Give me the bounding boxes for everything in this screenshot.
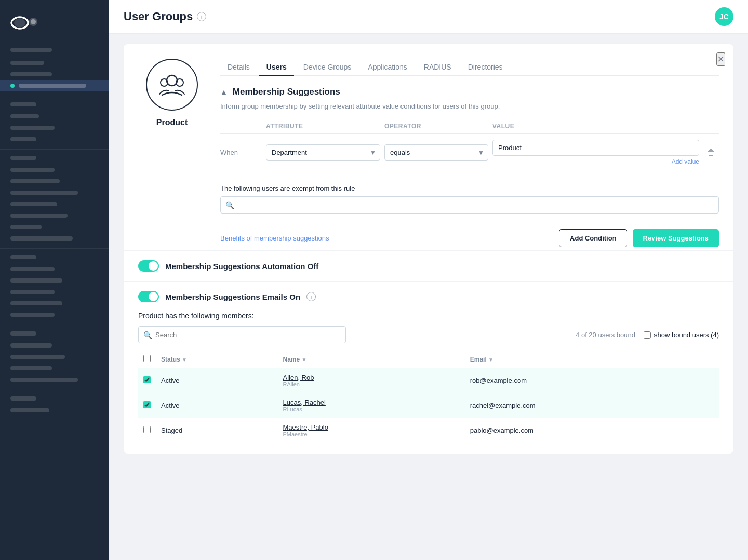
sidebar-section-1 — [0, 44, 109, 96]
avatar[interactable]: JC — [715, 7, 733, 26]
select-all-checkbox[interactable] — [143, 355, 151, 362]
tab-radius[interactable]: RADIUS — [417, 59, 459, 76]
col-attribute-label: Attribute — [266, 123, 380, 130]
sidebar-item-1[interactable] — [0, 57, 109, 69]
tab-users[interactable]: Users — [259, 59, 294, 76]
col-header-email[interactable]: Email ▼ — [465, 351, 719, 368]
sidebar-item-s3-5[interactable] — [0, 210, 109, 221]
user-name-link[interactable]: Lucas, Rachel — [283, 398, 459, 406]
sidebar-item-s4-5[interactable] — [0, 309, 109, 321]
sidebar-item-label — [10, 408, 49, 412]
tab-applications[interactable]: Applications — [360, 59, 415, 76]
emails-toggle-row: Membership Suggestions Emails On i — [124, 281, 733, 312]
sidebar-item-s4-3[interactable] — [0, 286, 109, 298]
header-info-icon[interactable]: i — [197, 12, 206, 21]
status-sort-icon: ▼ — [182, 357, 187, 363]
row-checkbox-cell[interactable] — [138, 393, 156, 418]
emails-info-icon[interactable]: i — [306, 292, 316, 301]
members-search-wrapper: 🔍 — [138, 326, 346, 343]
exempt-label: The following users are exempt from this… — [220, 184, 719, 192]
add-value-link[interactable]: Add value — [492, 158, 699, 165]
sidebar-item-s3-4[interactable] — [0, 198, 109, 210]
sidebar-item-s3-3[interactable] — [0, 187, 109, 198]
row-checkbox[interactable] — [143, 401, 151, 408]
sidebar-item-s2-2[interactable] — [0, 122, 109, 134]
sidebar-item-2[interactable] — [0, 69, 109, 80]
footer-buttons: Add Condition Review Suggestions — [559, 229, 719, 247]
operator-select[interactable]: equals contains starts with — [384, 144, 488, 161]
col-select-all[interactable] — [138, 351, 156, 368]
col-header-status[interactable]: Status ▼ — [156, 351, 277, 368]
row-checkbox-cell[interactable] — [138, 418, 156, 443]
collapse-icon[interactable]: ▲ — [220, 88, 228, 96]
sidebar-item-label — [10, 61, 44, 65]
row-name-cell: Allen, Rob RAllen — [277, 368, 464, 393]
sidebar-section-2 — [0, 98, 109, 150]
sidebar-item-s3-2[interactable] — [0, 176, 109, 187]
benefits-link[interactable]: Benefits of membership suggestions — [220, 234, 329, 242]
members-table: Status ▼ Name ▼ Email ▼ — [138, 351, 719, 443]
bound-info: 4 of 20 users bound — [354, 331, 635, 339]
tab-details[interactable]: Details — [220, 59, 257, 76]
name-sort-icon: ▼ — [302, 357, 307, 363]
page-header: User Groups i JC — [109, 0, 748, 34]
row-checkbox[interactable] — [143, 426, 151, 433]
sidebar-item-s5-2[interactable] — [0, 351, 109, 363]
panel-body: Product Details Users Device Groups Appl… — [124, 44, 733, 250]
sidebar-item-label — [10, 366, 52, 370]
members-search-input[interactable] — [138, 326, 346, 343]
review-suggestions-button[interactable]: Review Suggestions — [633, 229, 719, 247]
attribute-select-wrapper: Department Title Location Email ▼ — [266, 144, 380, 161]
col-header-name[interactable]: Name ▼ — [277, 351, 464, 368]
sidebar-item-s3-7[interactable] — [0, 233, 109, 244]
automation-toggle[interactable] — [138, 260, 159, 272]
user-name-link[interactable]: Maestre, Pablo — [283, 423, 459, 431]
sidebar-item-s5-3[interactable] — [0, 363, 109, 374]
sidebar-item-s3-6[interactable] — [0, 221, 109, 233]
tab-device-groups[interactable]: Device Groups — [296, 59, 359, 76]
tab-directories[interactable]: Directories — [461, 59, 510, 76]
show-bound-label[interactable]: show bound users (4) — [644, 331, 719, 339]
sidebar-item-label — [10, 236, 73, 241]
sidebar-item-s4-2[interactable] — [0, 275, 109, 286]
emails-toggle[interactable] — [138, 291, 159, 302]
sidebar-section-label — [10, 331, 36, 336]
sidebar-item-label — [10, 137, 36, 141]
svg-point-4 — [167, 75, 177, 86]
user-username: PMaestre — [283, 431, 459, 437]
membership-suggestions-header: ▲ Membership Suggestions — [220, 87, 719, 97]
right-column: Details Users Device Groups Applications… — [220, 59, 719, 250]
row-status: Staged — [156, 418, 277, 443]
members-title: Product has the following members: — [138, 312, 719, 320]
sidebar-item-s4-1[interactable] — [0, 263, 109, 275]
row-checkbox[interactable] — [143, 376, 151, 383]
sidebar-item-s2-3[interactable] — [0, 134, 109, 145]
add-condition-button[interactable]: Add Condition — [559, 229, 627, 247]
group-avatar — [146, 59, 198, 111]
sidebar-item-label — [10, 225, 42, 229]
exempt-search-wrapper: 🔍 — [220, 196, 719, 214]
automation-toggle-label: Membership Suggestions Automation Off — [165, 262, 318, 271]
value-input[interactable] — [492, 140, 699, 156]
close-button[interactable]: × — [716, 52, 725, 66]
show-bound-checkbox[interactable] — [644, 331, 651, 339]
sidebar-item-label — [10, 191, 78, 195]
sidebar-item-s6-1[interactable] — [0, 405, 109, 416]
left-column: Product — [138, 59, 206, 250]
sidebar-placeholder — [10, 48, 52, 52]
delete-condition-button[interactable]: 🗑 — [703, 148, 719, 157]
value-col: Add value — [492, 140, 699, 165]
sidebar-item-s2-1[interactable] — [0, 111, 109, 122]
sidebar-item-label — [10, 355, 65, 359]
sidebar-item-3-active[interactable] — [0, 80, 109, 91]
sidebar-section-label — [10, 102, 36, 106]
user-name-link[interactable]: Allen, Rob — [283, 374, 459, 381]
sidebar-item-s5-1[interactable] — [0, 340, 109, 351]
sidebar-item-s5-4[interactable] — [0, 374, 109, 385]
attribute-select[interactable]: Department Title Location Email — [266, 144, 380, 161]
sidebar-item-label — [10, 301, 62, 305]
row-checkbox-cell[interactable] — [138, 368, 156, 393]
sidebar-item-s4-4[interactable] — [0, 298, 109, 309]
sidebar-item-s3-1[interactable] — [0, 164, 109, 176]
exempt-search-input[interactable] — [220, 196, 719, 214]
